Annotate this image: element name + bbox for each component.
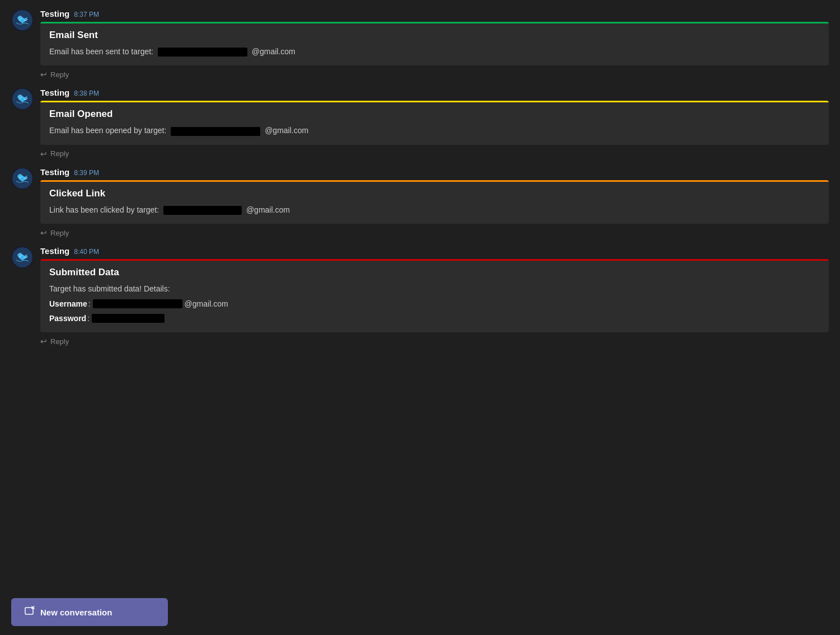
timestamp-4: 8:40 PM [74, 248, 99, 256]
redacted-email-2 [171, 127, 260, 136]
timestamp-1: 8:37 PM [74, 11, 99, 18]
svg-point-3 [21, 98, 24, 101]
avatar-3 [11, 167, 34, 190]
card-body-suffix-2: @gmail.com [265, 126, 308, 135]
message-group-1: Testing 8:37 PM Email Sent Email has bee… [11, 9, 829, 65]
reply-button-4[interactable]: Reply [50, 337, 69, 346]
message-card-1: Email Sent Email has been sent to target… [40, 22, 829, 65]
card-body-prefix-2: Email has been opened by target: [49, 126, 166, 135]
svg-point-7 [21, 256, 24, 258]
avatar-2 [11, 88, 34, 110]
reply-button-1[interactable]: Reply [50, 70, 69, 79]
redacted-email-3 [163, 206, 242, 215]
username-label: Username [49, 298, 87, 310]
card-body-prefix-3: Link has been clicked by target: [49, 205, 159, 214]
reply-area-1[interactable]: ↩ Reply [40, 70, 829, 79]
message-header-3: Testing 8:39 PM [40, 167, 829, 177]
card-password-line: Password : [49, 312, 820, 324]
reply-icon-4: ↩ [40, 337, 47, 346]
message-header-1: Testing 8:37 PM [40, 9, 829, 18]
card-title-2: Email Opened [49, 109, 820, 120]
message-header-4: Testing 8:40 PM [40, 246, 829, 256]
timestamp-2: 8:38 PM [74, 90, 99, 97]
card-title-1: Email Sent [49, 30, 820, 41]
message-card-3: Clicked Link Link has been clicked by ta… [40, 180, 829, 224]
reply-button-3[interactable]: Reply [50, 229, 69, 237]
message-group-2: Testing 8:38 PM Email Opened Email has b… [11, 88, 829, 144]
new-conversation-label: New conversation [40, 608, 112, 617]
username-suffix: @gmail.com [185, 298, 228, 310]
card-username-line: Username : @gmail.com [49, 298, 820, 310]
timestamp-3: 8:39 PM [74, 169, 99, 177]
password-colon: : [87, 312, 90, 324]
message-card-2: Email Opened Email has been opened by ta… [40, 101, 829, 144]
message-group-3: Testing 8:39 PM Clicked Link Link has be… [11, 167, 829, 224]
reply-button-2[interactable]: Reply [50, 149, 69, 158]
new-conversation-icon [25, 606, 35, 618]
message-content-4: Testing 8:40 PM Submitted Data Target ha… [40, 246, 829, 332]
avatar-4 [11, 246, 34, 269]
message-content-3: Testing 8:39 PM Clicked Link Link has be… [40, 167, 829, 224]
card-body-suffix-3: @gmail.com [246, 205, 290, 214]
card-body-prefix-1: Email has been sent to target: [49, 47, 153, 56]
avatar-1 [11, 9, 34, 31]
bottom-bar: New conversation [0, 589, 840, 635]
message-card-4: Submitted Data Target has submitted data… [40, 259, 829, 332]
message-header-2: Testing 8:38 PM [40, 88, 829, 97]
svg-point-5 [21, 177, 24, 180]
card-title-3: Clicked Link [49, 188, 820, 199]
message-content-2: Testing 8:38 PM Email Opened Email has b… [40, 88, 829, 144]
card-body-2: Email has been opened by target: @gmail.… [49, 124, 820, 137]
redacted-password [92, 314, 165, 323]
card-body-1: Email has been sent to target: @gmail.co… [49, 45, 820, 58]
reply-icon-2: ↩ [40, 149, 47, 158]
new-conversation-button[interactable]: New conversation [11, 598, 168, 626]
message-group-4: Testing 8:40 PM Submitted Data Target ha… [11, 246, 829, 332]
reply-icon-1: ↩ [40, 70, 47, 79]
card-title-4: Submitted Data [49, 267, 820, 278]
message-content-1: Testing 8:37 PM Email Sent Email has bee… [40, 9, 829, 65]
sender-name-3: Testing [40, 167, 69, 177]
reply-area-3[interactable]: ↩ Reply [40, 228, 829, 237]
redacted-username [93, 299, 182, 308]
password-label: Password [49, 312, 86, 324]
sender-name-4: Testing [40, 246, 69, 256]
username-colon: : [88, 298, 91, 310]
card-body-suffix-1: @gmail.com [252, 47, 295, 56]
card-body-4: Target has submitted data! Details: User… [49, 283, 820, 324]
reply-area-2[interactable]: ↩ Reply [40, 149, 829, 158]
reply-icon-3: ↩ [40, 228, 47, 237]
sender-name-1: Testing [40, 9, 69, 18]
sender-name-2: Testing [40, 88, 69, 97]
svg-point-1 [21, 18, 24, 21]
reply-area-4[interactable]: ↩ Reply [40, 337, 829, 346]
card-body-3: Link has been clicked by target: @gmail.… [49, 204, 820, 216]
card-body-text-4: Target has submitted data! Details: [49, 283, 820, 295]
redacted-email-1 [158, 48, 247, 57]
chat-container: Testing 8:37 PM Email Sent Email has bee… [0, 0, 840, 411]
